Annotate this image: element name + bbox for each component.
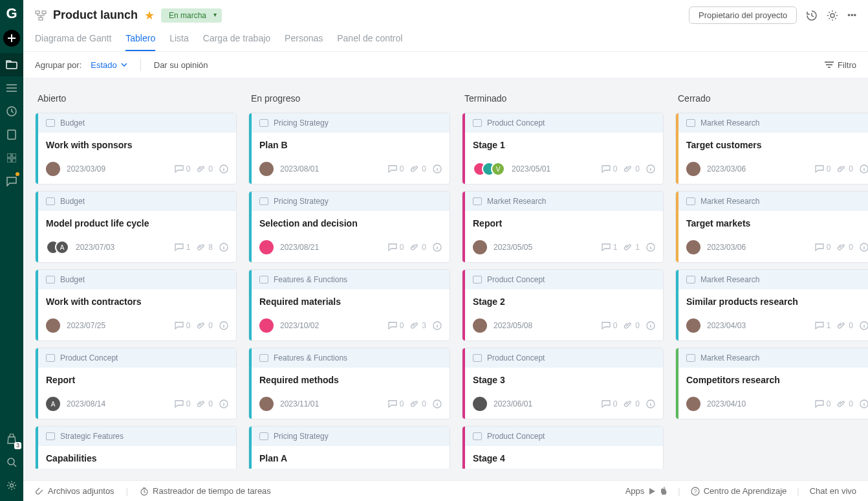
avatar: [686, 240, 700, 254]
task-card[interactable]: Market ResearchTarget markets2023/03/060…: [675, 191, 868, 263]
more-icon[interactable]: •••: [847, 10, 856, 20]
add-button[interactable]: [3, 30, 20, 47]
footer-attachments[interactable]: Archivos adjuntos: [35, 486, 114, 496]
bag-badge: 3: [14, 442, 21, 449]
info-icon[interactable]: [646, 164, 655, 173]
info-icon[interactable]: [433, 243, 442, 252]
tab-panel-de-control[interactable]: Panel de control: [337, 29, 402, 51]
project-owner-button[interactable]: Propietario del proyecto: [689, 6, 797, 24]
sidebar-item-bag[interactable]: 3: [0, 427, 23, 451]
info-icon[interactable]: [860, 164, 868, 173]
svg-point-7: [8, 458, 14, 465]
svg-point-12: [830, 14, 834, 17]
task-card[interactable]: BudgetModel product life cycleA2023/07/0…: [35, 191, 237, 263]
hierarchy-icon[interactable]: [35, 10, 47, 21]
info-icon[interactable]: [219, 321, 228, 330]
filter-button[interactable]: Filtro: [825, 60, 856, 70]
folder-icon: [473, 354, 482, 362]
app-logo[interactable]: G: [0, 4, 23, 23]
task-card[interactable]: Product ConceptStage 4: [462, 426, 664, 469]
tab-tablero[interactable]: Tablero: [125, 29, 155, 51]
info-icon[interactable]: [646, 243, 655, 252]
column: AbiertoBudgetWork with sponsors2023/03/0…: [35, 89, 237, 469]
avatar: [473, 397, 487, 411]
task-card[interactable]: Features & FunctionsRequired methods2023…: [248, 348, 450, 419]
tab-personas[interactable]: Personas: [285, 29, 323, 51]
avatar: [46, 162, 60, 176]
tab-lista[interactable]: Lista: [169, 29, 189, 51]
sidebar-item-clock[interactable]: [0, 100, 23, 123]
sidebar-item-chat[interactable]: [0, 170, 23, 193]
task-card[interactable]: Pricing StrategyPlan B2023/08/0100: [248, 113, 450, 184]
task-card[interactable]: Product ConceptStage 32023/06/0100: [462, 348, 664, 419]
page-title[interactable]: Product launch: [53, 8, 138, 22]
info-icon[interactable]: [646, 399, 655, 408]
avatar: [473, 240, 487, 254]
attachments-count: 0: [410, 243, 426, 252]
sidebar-item-list[interactable]: [0, 76, 23, 100]
info-icon[interactable]: [433, 399, 442, 408]
card-meta: 2023/03/0600: [676, 236, 868, 262]
card-title: Stage 1: [462, 133, 663, 158]
task-card[interactable]: Features & FunctionsRequired materials20…: [248, 269, 450, 341]
tab-carga-de-trabajo[interactable]: Carga de trabajo: [203, 29, 270, 51]
folder-icon: [686, 276, 695, 284]
card-title: Stage 4: [462, 446, 663, 469]
sidebar-item-settings[interactable]: [0, 474, 23, 497]
star-icon[interactable]: ★: [144, 8, 155, 23]
avatar: [259, 240, 274, 254]
task-card[interactable]: Market ResearchCompetitors research2023/…: [675, 348, 868, 419]
feedback-link[interactable]: Dar su opinión: [154, 60, 208, 70]
group-by-label: Agrupar por:: [35, 60, 81, 70]
task-card[interactable]: Market ResearchTarget customers2023/03/0…: [675, 113, 868, 184]
sidebar-item-folder[interactable]: [0, 53, 23, 76]
task-card[interactable]: BudgetWork with contractors2023/07/2500: [35, 269, 237, 341]
card-title: Plan A: [249, 446, 450, 469]
footer-live-chat[interactable]: Chat en vivo: [810, 486, 856, 496]
footer-time-tracker[interactable]: Rastreador de tiempo de tareas: [140, 486, 271, 496]
info-icon[interactable]: [219, 243, 228, 252]
info-icon[interactable]: [860, 243, 868, 252]
info-icon[interactable]: [433, 321, 442, 330]
comments-count: 0: [388, 164, 404, 173]
task-card[interactable]: Product ConceptReportA2023/08/1400: [35, 348, 237, 419]
card-date: 2023/03/06: [707, 243, 746, 252]
comments-count: 1: [815, 321, 831, 330]
avatar: V: [491, 162, 505, 176]
sidebar-item-search[interactable]: [0, 451, 23, 474]
task-card[interactable]: Product ConceptStage 22023/05/0800: [462, 269, 664, 341]
footer-apps[interactable]: Apps: [625, 486, 668, 496]
task-card[interactable]: Market ResearchSimilar products research…: [675, 269, 868, 341]
attachments-count: 1: [624, 243, 640, 252]
task-card[interactable]: Product ConceptStage 1V2023/05/0100: [462, 113, 664, 184]
info-icon[interactable]: [219, 399, 228, 408]
task-card[interactable]: Pricing StrategyPlan A: [248, 426, 450, 469]
info-icon[interactable]: [860, 321, 868, 330]
comments-count: 0: [602, 399, 618, 408]
card-meta: 2023/11/0100: [249, 393, 450, 419]
history-icon[interactable]: [806, 10, 818, 21]
task-card[interactable]: Strategic FeaturesCapabilities: [35, 426, 237, 469]
status-dropdown[interactable]: En marcha: [161, 8, 222, 23]
folder-icon: [259, 276, 268, 284]
info-icon[interactable]: [219, 164, 228, 173]
sidebar-item-doc[interactable]: [0, 123, 23, 146]
info-icon[interactable]: [646, 321, 655, 330]
attachments-count: 0: [624, 321, 640, 330]
info-icon[interactable]: [860, 399, 868, 408]
attachments-count: 0: [624, 399, 640, 408]
task-card[interactable]: Pricing StrategySelection and decision20…: [248, 191, 450, 263]
settings-icon[interactable]: [827, 10, 838, 21]
sidebar-item-grid[interactable]: [0, 146, 23, 170]
info-icon[interactable]: [433, 164, 442, 173]
tab-diagrama-de-gantt[interactable]: Diagrama de Gantt: [35, 29, 111, 51]
footer-help-center[interactable]: ? Centro de Aprendizaje: [691, 486, 787, 496]
folder-icon: [259, 197, 268, 205]
svg-rect-0: [6, 62, 17, 69]
attachments-count: 0: [410, 164, 426, 173]
task-card[interactable]: BudgetWork with sponsors2023/03/0900: [35, 113, 237, 184]
comments-count: 0: [602, 321, 618, 330]
group-by-dropdown[interactable]: Estado: [91, 60, 127, 70]
task-card[interactable]: Market ResearchReport2023/05/0511: [462, 191, 664, 263]
card-title: Stage 2: [462, 289, 663, 315]
